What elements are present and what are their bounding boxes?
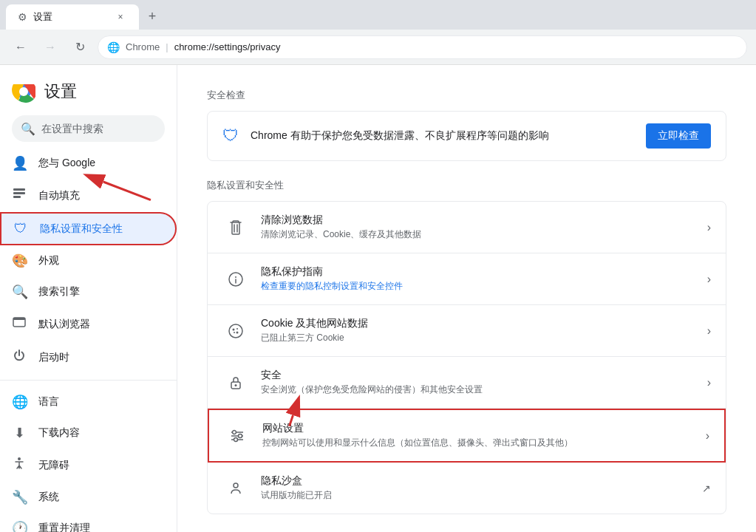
safety-check-text: Chrome 有助于保护您免受数据泄露、不良扩展程序等问题的影响 [251,129,634,143]
site-settings-subtitle: 控制网站可以使用和显示什么信息（如位置信息、摄像头、弹出式窗口及其他） [262,437,694,449]
nav-bar: ← → ↻ 🌐 Chrome | chrome://settings/priva… [0,30,756,65]
svg-point-11 [229,324,242,338]
chevron-right-icon-3: › [707,324,711,338]
address-separator: | [166,41,168,52]
svg-point-21 [233,430,236,434]
chevron-right-icon-5: › [706,429,709,443]
svg-point-10 [235,276,236,278]
tab-close-button[interactable]: × [114,10,127,24]
sidebar: 设置 🔍 👤 您与 Google 自动填充 [0,65,177,532]
clear-data-subtitle: 清除浏览记录、Cookie、缓存及其他数据 [261,228,695,241]
person-icon: 👤 [12,155,27,171]
chrome-logo-icon [12,80,35,103]
sidebar-label-reset: 重置并清理 [38,522,90,532]
svg-point-13 [236,328,238,330]
language-icon: 🌐 [12,394,27,410]
sidebar-item-default-browser[interactable]: 默认浏览器 [0,307,177,341]
lock-icon [222,369,249,396]
svg-point-23 [234,437,238,441]
sidebar-item-privacy[interactable]: 🛡 隐私设置和安全性 [0,212,177,245]
sidebar-label-system: 系统 [38,491,59,504]
chevron-right-icon: › [707,221,711,234]
palette-icon: 🎨 [12,253,27,269]
browser-icon [12,315,27,333]
sidebar-label-privacy: 隐私设置和安全性 [40,222,123,236]
svg-rect-7 [13,318,25,320]
clear-data-text: 清除浏览数据 清除浏览记录、Cookie、缓存及其他数据 [261,214,695,241]
trash-icon [222,214,249,241]
safety-check-button[interactable]: 立即检查 [646,123,711,149]
sandbox-subtitle: 试用版功能已开启 [261,489,690,502]
new-tab-button[interactable]: + [142,6,163,27]
site-settings-icon [224,423,251,449]
power-icon [12,348,27,366]
sidebar-item-autofill[interactable]: 自动填充 [0,179,177,212]
svg-point-15 [236,331,239,333]
address-chrome-text: Chrome [126,41,160,52]
sidebar-item-system[interactable]: 🔧 系统 [0,482,177,513]
cookies-title: Cookie 及其他网站数据 [261,317,695,330]
security-title: 安全 [261,369,695,382]
sidebar-item-language[interactable]: 🌐 语言 [0,386,177,417]
search-icon: 🔍 [21,122,35,136]
chevron-right-icon-4: › [707,376,711,389]
sidebar-item-downloads[interactable]: ⬇ 下载内容 [0,417,177,449]
sidebar-item-startup[interactable]: 启动时 [0,341,177,374]
search-input[interactable] [41,123,171,134]
security-text: 安全 安全浏览（保护您免受危险网站的侵害）和其他安全设置 [261,369,695,396]
site-settings-text: 网站设置 控制网站可以使用和显示什么信息（如位置信息、摄像头、弹出式窗口及其他） [262,422,694,449]
tab-settings-icon: ⚙ [18,11,27,23]
privacy-guide-item[interactable]: 隐私保护指南 检查重要的隐私控制设置和安全控件 › [208,253,726,305]
active-tab[interactable]: ⚙ 设置 × [6,4,139,30]
sidebar-item-search[interactable]: 🔍 搜索引擎 [0,276,177,307]
forward-button[interactable]: → [38,35,62,59]
svg-point-24 [234,483,238,488]
safety-check-section-title: 安全检查 [207,89,726,102]
sandbox-text: 隐私沙盒 试用版功能已开启 [261,474,690,502]
shield-icon: 🛡 [13,221,28,236]
site-settings-item[interactable]: 网站设置 控制网站可以使用和显示什么信息（如位置信息、摄像头、弹出式窗口及其他）… [208,409,726,463]
cookies-subtitle: 已阻止第三方 Cookie [261,332,695,344]
privacy-guide-subtitle: 检查重要的隐私控制设置和安全控件 [261,280,695,293]
sidebar-title: 设置 [44,81,77,103]
privacy-guide-text: 隐私保护指南 检查重要的隐私控制设置和安全控件 [261,265,695,293]
refresh-button[interactable]: ↻ [68,35,92,59]
sidebar-label-downloads: 下载内容 [38,426,80,440]
security-item[interactable]: 安全 安全浏览（保护您免受危险网站的侵害）和其他安全设置 › [208,357,726,409]
cookies-item[interactable]: Cookie 及其他网站数据 已阻止第三方 Cookie › [208,305,726,357]
sidebar-label-browser: 默认浏览器 [38,318,90,331]
clear-data-item[interactable]: 清除浏览数据 清除浏览记录、Cookie、缓存及其他数据 › [208,202,726,253]
autofill-icon [12,186,27,205]
sandbox-item[interactable]: 隐私沙盒 试用版功能已开启 ↗ [208,463,726,514]
svg-point-12 [233,328,235,330]
chevron-right-icon-2: › [707,273,711,286]
page: 设置 🔍 👤 您与 Google 自动填充 [0,65,756,532]
sidebar-label-appearance: 外观 [38,254,59,267]
sidebar-label-startup: 启动时 [38,351,69,364]
sidebar-label-search: 搜索引擎 [38,285,80,299]
sidebar-item-accessibility[interactable]: 无障碍 [0,449,177,482]
safety-shield-icon: 🛡 [222,126,239,146]
back-button[interactable]: ← [9,35,33,59]
sidebar-label-accessibility: 无障碍 [38,459,69,472]
address-url-text: chrome://settings/privacy [174,41,281,52]
sidebar-label-language: 语言 [38,395,59,409]
site-settings-title: 网站设置 [262,422,694,435]
privacy-settings-list: 清除浏览数据 清除浏览记录、Cookie、缓存及其他数据 › 隐私保护指南 检查… [207,201,726,514]
privacy-guide-title: 隐私保护指南 [261,265,695,279]
sidebar-item-reset[interactable]: 🕐 重置并清理 [0,513,177,532]
tab-title: 设置 [33,10,108,24]
reset-icon: 🕐 [12,520,27,532]
clear-data-title: 清除浏览数据 [261,214,695,227]
svg-point-2 [19,87,28,96]
sidebar-item-appearance[interactable]: 🎨 外观 [0,245,177,276]
address-bar[interactable]: 🌐 Chrome | chrome://settings/privacy [98,35,747,59]
svg-rect-5 [13,196,21,198]
download-icon: ⬇ [12,425,27,441]
safety-check-card: 🛡 Chrome 有助于保护您免受数据泄露、不良扩展程序等问题的影响 立即检查 [207,111,726,161]
search-bar[interactable]: 🔍 [12,115,165,142]
cookie-icon [222,318,249,344]
svg-point-22 [239,434,242,437]
sidebar-item-google[interactable]: 👤 您与 Google [0,148,177,179]
svg-rect-4 [13,192,25,194]
